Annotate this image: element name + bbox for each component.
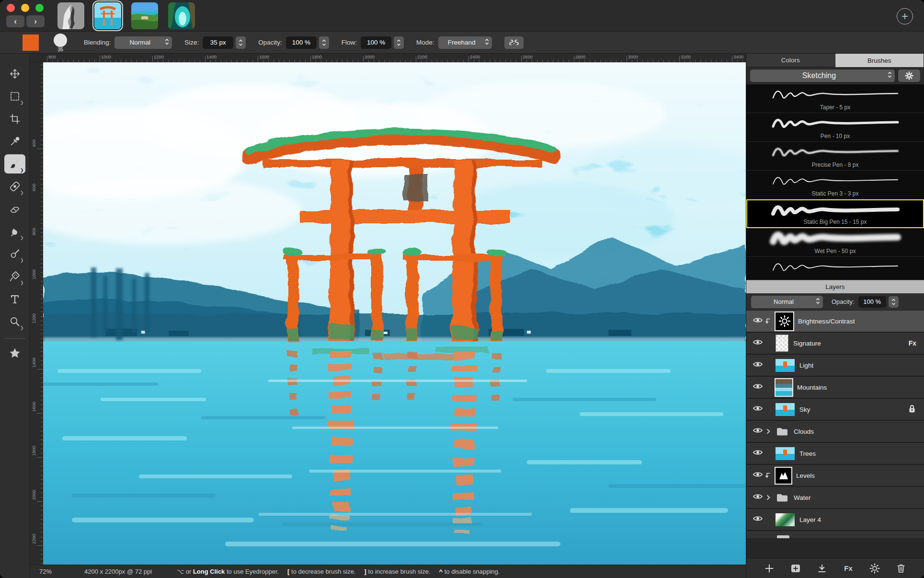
tab-colors[interactable]: Colors bbox=[746, 54, 835, 67]
flood-fill-tool[interactable]: ❯ bbox=[4, 267, 25, 286]
vruler-label: 1600 bbox=[31, 402, 36, 412]
layer-row-partial[interactable] bbox=[746, 531, 924, 538]
layer-visibility-eye-icon[interactable] bbox=[753, 316, 763, 326]
brush-item-taper[interactable]: Taper - 5 px bbox=[746, 84, 924, 113]
layer-row-clouds[interactable]: Clouds bbox=[746, 421, 924, 443]
fx-button[interactable]: Fx bbox=[842, 564, 855, 572]
crop-tool[interactable] bbox=[4, 109, 25, 128]
layer-list: Brightness/ContrastSignatureFxLightMount… bbox=[746, 311, 924, 558]
folder-icon[interactable] bbox=[776, 492, 789, 503]
eyedropper-tool[interactable] bbox=[4, 132, 25, 151]
close-window-button[interactable] bbox=[7, 4, 15, 12]
layer-visibility-eye-icon[interactable] bbox=[753, 360, 763, 370]
delete-layer-button[interactable] bbox=[895, 563, 907, 574]
mode-label: Mode: bbox=[416, 39, 434, 46]
layer-visibility-eye-icon[interactable] bbox=[753, 405, 763, 414]
flow-stepper[interactable] bbox=[394, 36, 404, 49]
layer-row-trees[interactable]: Trees bbox=[746, 443, 924, 465]
layer-fx-badge[interactable]: Fx bbox=[909, 339, 916, 347]
layer-thumbnail[interactable] bbox=[776, 403, 795, 416]
flow-input[interactable]: 100 % bbox=[361, 36, 391, 49]
add-layer-button[interactable] bbox=[763, 563, 776, 574]
layer-row-levels[interactable]: Levels bbox=[746, 465, 924, 487]
layer-opacity-stepper[interactable] bbox=[889, 296, 899, 308]
figure-sketch-thumbnail[interactable] bbox=[57, 2, 84, 29]
torii-painting-thumbnail[interactable] bbox=[94, 2, 121, 29]
size-stepper[interactable] bbox=[236, 36, 246, 49]
layer-visibility-eye-icon[interactable] bbox=[753, 449, 763, 458]
paint-brush-tool[interactable]: ❯ bbox=[4, 154, 25, 173]
layer-visibility-eye-icon[interactable] bbox=[753, 471, 763, 480]
minimize-window-button[interactable] bbox=[21, 4, 29, 12]
favourites-tool[interactable] bbox=[4, 344, 25, 363]
layer-visibility-eye-icon[interactable] bbox=[753, 427, 763, 436]
brush-item-partial[interactable] bbox=[746, 257, 924, 280]
brush-category-dropdown[interactable]: Sketching bbox=[750, 69, 895, 82]
zoom-tool[interactable]: ❯ bbox=[4, 312, 25, 331]
folder-icon[interactable] bbox=[776, 426, 789, 437]
brush-item-wet-pen[interactable]: Wet Pen - 50 px bbox=[746, 228, 924, 257]
brush-list: Taper - 5 pxPen - 10 pxPrecise Pen - 8 p… bbox=[746, 84, 924, 280]
brush-item-static-pen-3[interactable]: Static Pen 3 - 3 px bbox=[746, 171, 924, 199]
layer-lock-icon[interactable] bbox=[908, 404, 916, 415]
eraser-tool[interactable] bbox=[4, 199, 25, 219]
layer-row-brightness-contrast[interactable]: Brightness/Contrast bbox=[746, 311, 924, 333]
brush-settings-button[interactable] bbox=[898, 69, 920, 82]
marquee-select-tool[interactable]: ❯ bbox=[4, 87, 25, 106]
shortcut-hints: ⌥ or Long Click to use Eyedropper.[ to d… bbox=[177, 568, 500, 575]
opacity-stepper[interactable] bbox=[319, 36, 329, 49]
layer-thumbnail[interactable] bbox=[776, 359, 795, 372]
brush-item-pen[interactable]: Pen - 10 px bbox=[746, 113, 924, 142]
layer-row-water[interactable]: Water bbox=[746, 487, 924, 509]
layer-row-layer-4[interactable]: Layer 4 bbox=[746, 509, 924, 531]
add-mask-button[interactable] bbox=[816, 564, 828, 573]
expand-chevron-icon[interactable] bbox=[763, 428, 774, 435]
chevron-updown-icon bbox=[816, 298, 820, 306]
layer-row-signature[interactable]: SignatureFx bbox=[746, 333, 924, 355]
layer-thumbnail[interactable] bbox=[776, 335, 788, 352]
layer-visibility-eye-icon[interactable] bbox=[753, 515, 763, 524]
smudge-tool[interactable]: ❯ bbox=[4, 222, 25, 241]
layer-visibility-eye-icon[interactable] bbox=[753, 338, 763, 348]
active-color-swatch[interactable] bbox=[23, 35, 39, 51]
brush-item-precise-pen[interactable]: Precise Pen - 8 px bbox=[746, 142, 924, 171]
flyout-arrow-icon: ❯ bbox=[20, 168, 24, 173]
size-input[interactable]: 35 px bbox=[203, 36, 233, 49]
beach-landscape-thumbnail[interactable] bbox=[131, 2, 158, 29]
maximize-window-button[interactable] bbox=[35, 4, 44, 12]
move-tool[interactable] bbox=[4, 64, 25, 83]
layer-thumbnail[interactable] bbox=[776, 379, 792, 396]
history-forward-button[interactable]: › bbox=[26, 15, 45, 27]
layer-row-light[interactable]: Light bbox=[746, 355, 924, 377]
expand-chevron-icon[interactable] bbox=[763, 494, 774, 501]
layer-thumbnail[interactable] bbox=[776, 513, 795, 526]
layer-visibility-eye-icon[interactable] bbox=[753, 382, 763, 392]
layer-blend-mode-dropdown[interactable]: Normal bbox=[751, 296, 823, 308]
blending-dropdown[interactable]: Normal bbox=[114, 36, 172, 49]
tab-brushes[interactable]: Brushes bbox=[835, 54, 924, 67]
layer-thumbnail[interactable] bbox=[776, 447, 795, 460]
adjustment-button[interactable] bbox=[868, 561, 881, 576]
brush-item-static-big-pen-15[interactable]: Static Big Pen 15 - 15 px bbox=[746, 199, 924, 228]
right-panel: ColorsBrushes Sketching Taper - 5 pxPen … bbox=[746, 54, 924, 578]
text-tool[interactable] bbox=[4, 289, 25, 309]
flyout-arrow-icon: ❯ bbox=[20, 325, 24, 330]
history-back-button[interactable]: ‹ bbox=[6, 15, 24, 27]
document-canvas[interactable] bbox=[43, 62, 746, 565]
layer-visibility-eye-icon[interactable] bbox=[753, 493, 763, 502]
mode-dropdown[interactable]: Freehand bbox=[438, 36, 492, 49]
layer-row-sky[interactable]: Sky bbox=[746, 399, 924, 421]
layer-row-mountains[interactable]: Mountains bbox=[746, 377, 924, 399]
layer-opacity-label: Opacity: bbox=[832, 298, 855, 305]
layer-name: Brightness/Contrast bbox=[798, 318, 924, 325]
adjustment-thumbnail[interactable] bbox=[776, 312, 793, 330]
waterfall-thumbnail[interactable] bbox=[168, 2, 195, 29]
add-group-button[interactable] bbox=[789, 564, 802, 573]
adjustment-thumbnail[interactable] bbox=[776, 468, 791, 484]
dodge-burn-tool[interactable]: ❯ bbox=[4, 244, 25, 264]
new-document-icon[interactable]: + bbox=[897, 8, 913, 24]
layer-opacity-input[interactable]: 100 % bbox=[858, 296, 886, 308]
opacity-input[interactable]: 100 % bbox=[286, 36, 317, 49]
healing-tool[interactable]: ❯ bbox=[4, 177, 25, 196]
brush-stabilizer-button[interactable] bbox=[504, 36, 524, 49]
